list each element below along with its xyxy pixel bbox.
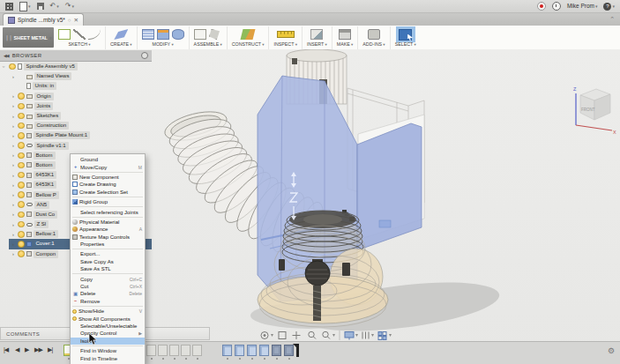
menu-item[interactable] [72, 306, 143, 307]
browser-row[interactable]: › Spindle v1:1 [0, 141, 152, 151]
redo-icon[interactable]: ↷▾ [65, 3, 74, 10]
visibility-bulb-icon[interactable] [18, 142, 25, 149]
menu-item[interactable]: Move/Copy M [71, 163, 145, 170]
new-component-icon[interactable] [194, 29, 206, 40]
expand-chevron-icon[interactable]: › [11, 93, 16, 99]
expand-chevron-icon[interactable]: › [11, 202, 16, 207]
menu-item[interactable]: Delete Delete [71, 290, 145, 297]
visibility-bulb-icon[interactable] [18, 212, 25, 219]
toolbar-group-create[interactable]: CREATE [105, 26, 137, 49]
browser-row[interactable]: › Construction [0, 121, 152, 130]
3d-print-icon[interactable] [339, 29, 351, 40]
menu-item[interactable]: Isolate [71, 338, 145, 345]
timeline-settings-gear-icon[interactable]: ⚙ [608, 347, 615, 355]
app-grid-icon[interactable] [5, 3, 13, 11]
expand-chevron-icon[interactable]: › [11, 162, 16, 167]
menu-item[interactable]: Export... [71, 250, 145, 257]
timeline-feature-icon[interactable] [146, 345, 156, 356]
menu-item[interactable]: Appearance A [71, 226, 145, 233]
timeline-position-marker[interactable] [296, 344, 299, 357]
timeline-go-start-button[interactable]: |◀ [4, 346, 8, 353]
timeline-flange-feature-icon[interactable] [247, 345, 257, 356]
spline-icon[interactable] [73, 29, 86, 40]
toolbar-group-construct[interactable]: CONSTRUCT [227, 26, 269, 49]
fit-view-icon[interactable] [279, 332, 286, 339]
orbit-icon[interactable] [261, 332, 268, 339]
line-icon[interactable] [88, 29, 101, 40]
expand-chevron-icon[interactable]: › [11, 222, 16, 227]
timeline-feature-icon[interactable] [272, 345, 281, 356]
visibility-bulb-icon[interactable] [18, 93, 25, 100]
browser-row[interactable]: › Named Views [0, 71, 152, 81]
visibility-bulb-icon[interactable] [18, 182, 25, 189]
visibility-bulb-icon[interactable] [18, 241, 25, 248]
menu-item[interactable] [72, 197, 143, 197]
user-menu[interactable]: Mike Prom▾ [567, 3, 598, 10]
timeline-play-button[interactable]: ▶ [25, 346, 28, 353]
timeline-step-forward-button[interactable]: ▶▶ [34, 346, 42, 353]
visibility-bulb-icon[interactable] [18, 152, 25, 160]
clock-icon[interactable] [552, 2, 561, 11]
toolbar-group-insert[interactable]: INSERT [302, 26, 332, 49]
display-filter-icon[interactable] [141, 52, 148, 59]
toolbar-group-modify[interactable]: MODIFY [137, 26, 189, 49]
visibility-bulb-icon[interactable] [18, 103, 25, 110]
toolbar-group-inspect[interactable]: INSPECT [268, 26, 301, 49]
timeline-flange-feature-icon[interactable] [235, 345, 244, 356]
visibility-bulb-icon[interactable] [18, 132, 25, 139]
expand-chevron-icon[interactable]: › [11, 212, 16, 217]
zoom-icon[interactable] [309, 331, 316, 338]
joint-icon[interactable] [209, 29, 221, 40]
menu-item[interactable]: New Component [71, 174, 145, 181]
press-pull-icon[interactable] [157, 29, 169, 40]
expand-chevron-icon[interactable]: › [11, 143, 16, 148]
browser-row[interactable]: › Units: in [0, 81, 152, 91]
menu-item[interactable]: Show/Hide V [71, 308, 145, 315]
navigation-bar[interactable] [258, 330, 397, 341]
select-cursor-icon[interactable] [399, 29, 412, 41]
toolbar-group-sketch[interactable]: SKETCH [54, 26, 105, 49]
expand-chevron-icon[interactable]: › [11, 74, 16, 79]
menu-item[interactable]: Physical Material [71, 219, 145, 226]
expand-chevron-icon[interactable]: › [11, 103, 16, 108]
zoom-window-icon[interactable] [323, 331, 330, 338]
menu-item[interactable]: Properties [71, 241, 145, 248]
menu-item[interactable] [72, 273, 143, 274]
visibility-bulb-icon[interactable] [9, 63, 16, 71]
menu-item[interactable]: Save As STL [71, 265, 145, 272]
timeline-flange-feature-icon[interactable] [259, 345, 269, 356]
orbit-dropdown-icon[interactable] [271, 334, 273, 337]
menu-item[interactable]: Rigid Group [71, 198, 145, 205]
insert-image-icon[interactable] [310, 29, 323, 40]
toolbar-group-make[interactable]: MAKE [332, 26, 358, 49]
modify-list-icon[interactable] [142, 29, 154, 40]
timeline-step-back-button[interactable]: ◀ [15, 346, 19, 353]
display-settings-icon[interactable] [345, 332, 354, 340]
pan-icon[interactable] [293, 331, 301, 339]
timeline-feature-icon[interactable] [158, 345, 168, 356]
browser-row[interactable]: › Spindle Assembly v5 [0, 62, 152, 71]
browser-row[interactable]: › Sketches [0, 111, 152, 121]
fillet-icon[interactable] [172, 29, 184, 40]
viewport-layout-icon[interactable] [362, 332, 369, 339]
visibility-bulb-icon[interactable] [18, 231, 25, 238]
expand-chevron-icon[interactable]: › [11, 123, 16, 129]
menu-item[interactable]: Create Drawing [71, 181, 145, 188]
view-cube[interactable]: FRONT Z X [570, 85, 617, 137]
menu-item[interactable] [72, 249, 143, 249]
measure-ruler-icon[interactable] [277, 31, 295, 38]
visibility-bulb-icon[interactable] [18, 221, 25, 228]
timeline-feature-icon[interactable] [169, 345, 179, 356]
browser-panel-header[interactable]: ◀◀ BROWSER [0, 50, 152, 62]
sketch-icon[interactable] [58, 29, 71, 40]
toolbar-group-assemble[interactable]: ASSEMBLE [189, 26, 227, 49]
record-icon[interactable] [537, 2, 546, 11]
expand-chevron-icon[interactable]: › [11, 114, 16, 119]
expand-chevron-icon[interactable]: › [11, 133, 16, 138]
tab-close-icon[interactable]: ✕ [73, 17, 78, 24]
undo-icon[interactable]: ↶▾ [50, 3, 59, 10]
menu-item[interactable]: Copy Ctrl+C [71, 275, 145, 282]
menu-item[interactable]: Select referencing Joints [71, 208, 145, 215]
timeline-go-end-button[interactable]: ▶| [48, 346, 52, 353]
construct-plane-icon[interactable] [241, 29, 256, 40]
